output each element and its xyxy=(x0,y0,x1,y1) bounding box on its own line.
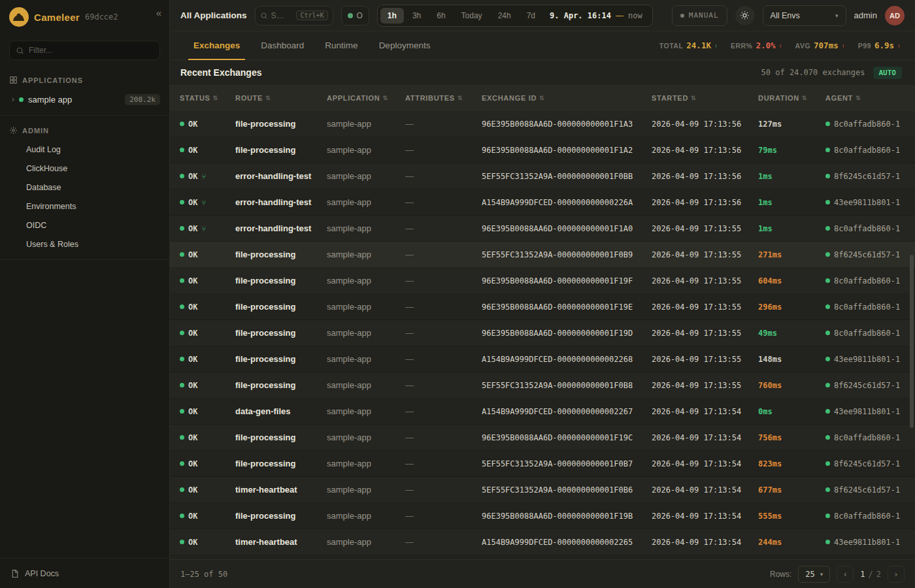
agent-status-dot xyxy=(825,122,830,126)
table-row[interactable]: OK file-processing sample-app — 5EF55FC3… xyxy=(170,242,915,268)
sort-icon: ⇅ xyxy=(856,95,861,101)
agent-cell: 8c0affadb860-1 xyxy=(825,302,915,312)
table-row[interactable]: OK file-processing sample-app — 96E395B0… xyxy=(170,111,915,137)
chevron-right-icon: › xyxy=(12,95,14,104)
sidebar-filter-input[interactable] xyxy=(29,46,154,55)
column-header-application[interactable]: APPLICATION ⇅ xyxy=(327,94,405,102)
admin-nav-item-database[interactable]: Database xyxy=(0,178,169,197)
avatar[interactable]: AD xyxy=(885,6,905,25)
time-range-button-3h[interactable]: 3h xyxy=(405,8,428,24)
stat-value: 24.1K xyxy=(686,41,711,50)
stat-trend-icon: ↑ xyxy=(779,42,782,50)
tab-dashboard[interactable]: Dashboard xyxy=(250,31,314,59)
date-range-display[interactable]: 9. Apr. 16:14 — now xyxy=(542,11,650,20)
status-ok-dot xyxy=(180,200,184,204)
column-header-started[interactable]: STARTED ⇅ xyxy=(652,94,758,102)
admin-nav-item-label: Audit Log xyxy=(26,145,61,154)
admin-nav-item-audit-log[interactable]: Audit Log xyxy=(0,140,169,159)
status-ok-dot xyxy=(180,435,184,440)
applications-icon xyxy=(9,76,18,84)
sort-icon: ⇅ xyxy=(458,95,463,101)
column-header-duration[interactable]: DURATION ⇅ xyxy=(758,94,825,102)
time-range-button-7d[interactable]: 7d xyxy=(520,8,542,24)
admin-nav-item-users-roles[interactable]: Users & Roles xyxy=(0,235,169,253)
sidebar-filter xyxy=(9,41,160,60)
row-duration: 271ms xyxy=(758,250,825,259)
admin-nav-item-label: ClickHouse xyxy=(26,164,67,173)
time-range-button-6h[interactable]: 6h xyxy=(429,8,452,24)
agent-status-dot xyxy=(825,252,830,257)
column-header-status[interactable]: STATUS ⇅ xyxy=(180,94,235,102)
errors-only-toggle[interactable]: O xyxy=(341,6,369,25)
page-title: All Applications xyxy=(180,10,247,20)
time-range-button-24h[interactable]: 24h xyxy=(491,8,518,24)
global-search-input[interactable] xyxy=(271,11,293,20)
row-status-label: OK xyxy=(188,276,197,286)
table-row[interactable]: OK file-processing sample-app — 96E395B0… xyxy=(170,294,915,320)
admin-nav-item-oidc[interactable]: OIDC xyxy=(0,216,169,235)
document-icon xyxy=(10,569,19,578)
table-row[interactable]: OK ⑂ error-handling-test sample-app — 5E… xyxy=(170,163,915,189)
table-row[interactable]: OK file-processing sample-app — 5EF55FC3… xyxy=(170,451,915,477)
table-row[interactable]: OK file-processing sample-app — 96E395B0… xyxy=(170,425,915,451)
status-ok-dot xyxy=(180,487,184,492)
stat-p99: P99 6.9s ↑ xyxy=(858,41,901,50)
api-docs-link[interactable]: API Docs xyxy=(0,558,169,588)
sidebar-collapse-button[interactable]: « xyxy=(156,7,161,18)
table-row[interactable]: OK file-processing sample-app — 96E395B0… xyxy=(170,137,915,163)
column-header-agent[interactable]: AGENT ⇅ xyxy=(825,94,915,102)
table-row[interactable]: OK data-gen-files sample-app — A154B9A99… xyxy=(170,399,915,425)
table-row[interactable]: OK ⑂ error-handling-test sample-app — 96… xyxy=(170,216,915,242)
theme-toggle-button[interactable] xyxy=(735,6,755,25)
table-row[interactable]: OK timer-heartbeat sample-app — 5EF55FC3… xyxy=(170,477,915,503)
tab-deployments[interactable]: Deployments xyxy=(369,31,441,59)
table-row[interactable]: OK file-processing sample-app — A154B9A9… xyxy=(170,346,915,372)
table-row[interactable]: OK file-processing sample-app — 96E395B0… xyxy=(170,503,915,529)
column-header-exchange-id[interactable]: EXCHANGE ID ⇅ xyxy=(482,94,652,102)
stat-value: 707ms xyxy=(814,41,839,50)
tab-exchanges[interactable]: Exchanges xyxy=(183,31,250,59)
sidebar-divider xyxy=(0,259,169,260)
row-started: 2026-04-09 17:13:56 xyxy=(652,146,758,155)
prev-page-button[interactable]: ‹ xyxy=(837,566,854,583)
table-row[interactable]: OK file-processing sample-app — 96E395B0… xyxy=(170,268,915,294)
row-started: 2026-04-09 17:13:54 xyxy=(652,407,758,416)
time-range-button-1h[interactable]: 1h xyxy=(380,8,404,24)
row-route: file-processing xyxy=(235,145,327,155)
environment-select[interactable]: All Envs ▾ xyxy=(763,5,846,26)
row-status-label: OK xyxy=(188,302,197,312)
status-cell: OK xyxy=(180,276,235,286)
status-cell: OK xyxy=(180,302,235,312)
row-route: error-handling-test xyxy=(235,197,327,207)
table-row[interactable]: OK ⑂ error-handling-test sample-app — A1… xyxy=(170,189,915,216)
admin-nav-item-label: Environments xyxy=(26,202,76,211)
row-duration: 760ms xyxy=(758,381,825,390)
time-range-button-today[interactable]: Today xyxy=(454,8,490,24)
chevron-down-icon: ▾ xyxy=(835,12,839,19)
table-row[interactable]: OK file-processing sample-app — 96E395B0… xyxy=(170,320,915,346)
manual-refresh-button[interactable]: MANUAL xyxy=(672,5,727,26)
rows-per-page-select[interactable]: 25 ▾ xyxy=(798,566,830,583)
next-page-button[interactable]: › xyxy=(888,566,905,583)
table-row[interactable]: OK timer-heartbeat sample-app — A154B9A9… xyxy=(170,529,915,555)
row-exchange-id: 96E395B0088AA6D-000000000001F1A0 xyxy=(482,224,652,233)
column-header-route[interactable]: ROUTE ⇅ xyxy=(235,94,327,102)
sort-icon: ⇅ xyxy=(691,95,696,101)
admin-nav-item-environments[interactable]: Environments xyxy=(0,197,169,216)
row-attributes: — xyxy=(405,433,482,442)
column-header-attributes[interactable]: ATTRIBUTES ⇅ xyxy=(405,94,482,102)
row-agent-label: 8c0affadb860-1 xyxy=(834,302,900,312)
row-agent-label: 8f6245c61d57-1 xyxy=(834,381,900,390)
sidebar-item-sample-app[interactable]: › sample app 208.2k xyxy=(0,90,169,109)
row-application: sample-app xyxy=(327,145,405,155)
admin-nav-item-clickhouse[interactable]: ClickHouse xyxy=(0,159,169,178)
table-scrollbar-thumb[interactable] xyxy=(910,255,914,428)
auto-refresh-badge[interactable]: AUTO xyxy=(873,67,903,79)
table-row[interactable]: OK file-processing sample-app — 5EF55FC3… xyxy=(170,372,915,399)
row-status-label: OK xyxy=(188,485,197,495)
total-pages: 2 xyxy=(876,570,881,579)
status-ok-dot xyxy=(180,278,184,283)
agent-cell: 8c0affadb860-1 xyxy=(825,433,915,442)
row-duration: 555ms xyxy=(758,512,825,521)
tab-runtime[interactable]: Runtime xyxy=(314,31,368,59)
